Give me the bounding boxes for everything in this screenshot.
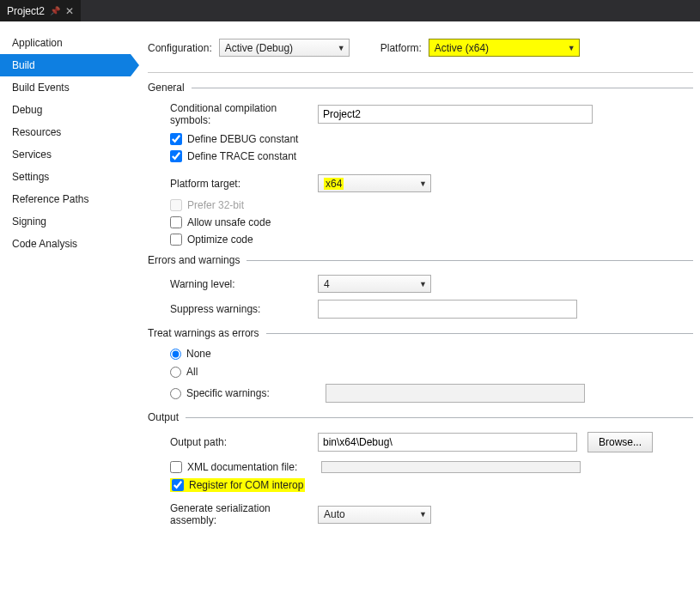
- warning-level-dropdown[interactable]: 4 ▼: [318, 275, 431, 293]
- pin-icon[interactable]: 📌: [50, 6, 60, 15]
- title-bar: Project2 📌 ✕: [0, 0, 700, 21]
- output-path-label: Output path:: [170, 436, 318, 448]
- chevron-down-icon: ▼: [419, 280, 427, 288]
- gen-serialization-label: Generate serialization assembly:: [170, 502, 318, 526]
- chevron-down-icon: ▼: [338, 44, 345, 52]
- tab-title: Project2: [7, 5, 45, 17]
- section-treat-warnings: Treat warnings as errors: [148, 327, 259, 339]
- suppress-warnings-input[interactable]: [318, 300, 577, 319]
- section-errors-warnings: Errors and warnings: [148, 254, 240, 266]
- xml-doc-checkbox[interactable]: [170, 461, 182, 473]
- sidebar-item-resources[interactable]: Resources: [0, 121, 131, 143]
- define-trace-checkbox[interactable]: [170, 150, 182, 162]
- prefer-32bit-checkbox: [170, 199, 182, 211]
- configuration-dropdown[interactable]: Active (Debug) ▼: [219, 39, 350, 57]
- document-tab[interactable]: Project2 📌 ✕: [0, 0, 81, 21]
- xml-doc-input: [321, 461, 581, 473]
- sidebar-item-build-events[interactable]: Build Events: [0, 76, 131, 99]
- platform-dropdown[interactable]: Active (x64) ▼: [429, 39, 580, 57]
- chevron-down-icon: ▼: [419, 510, 427, 519]
- chevron-down-icon: ▼: [568, 44, 575, 52]
- sidebar-item-debug[interactable]: Debug: [0, 99, 131, 121]
- warning-level-label: Warning level:: [170, 278, 318, 290]
- build-page: Configuration: Active (Debug) ▼ Platform…: [131, 21, 700, 595]
- sidebar-item-settings[interactable]: Settings: [0, 166, 131, 188]
- suppress-warnings-label: Suppress warnings:: [170, 303, 318, 315]
- treat-none-radio[interactable]: [170, 349, 181, 360]
- platform-target-dropdown[interactable]: x64 ▼: [318, 174, 431, 192]
- output-path-input[interactable]: [318, 433, 577, 452]
- define-debug-checkbox[interactable]: [170, 133, 182, 145]
- treat-all-radio[interactable]: [170, 367, 181, 378]
- optimize-code-checkbox[interactable]: [170, 234, 182, 246]
- platform-target-label: Platform target:: [170, 178, 318, 190]
- treat-specific-radio[interactable]: [170, 388, 181, 399]
- configuration-label: Configuration:: [148, 42, 212, 54]
- platform-label: Platform:: [380, 42, 422, 54]
- sidebar-item-signing[interactable]: Signing: [0, 210, 131, 233]
- conditional-symbols-input[interactable]: [318, 105, 593, 124]
- browse-button[interactable]: Browse...: [587, 432, 653, 452]
- sidebar-item-code-analysis[interactable]: Code Analysis: [0, 233, 131, 255]
- close-icon[interactable]: ✕: [65, 5, 74, 17]
- gen-serialization-dropdown[interactable]: Auto ▼: [318, 506, 431, 524]
- sidebar-item-application[interactable]: Application: [0, 32, 131, 54]
- property-tabs-sidebar: Application Build Build Events Debug Res…: [0, 21, 131, 595]
- treat-specific-input: [326, 384, 585, 403]
- section-general: General: [148, 82, 185, 94]
- section-output: Output: [148, 411, 179, 423]
- sidebar-item-reference-paths[interactable]: Reference Paths: [0, 188, 131, 210]
- chevron-down-icon: ▼: [419, 179, 427, 188]
- allow-unsafe-checkbox[interactable]: [170, 216, 182, 228]
- sidebar-item-build[interactable]: Build: [0, 54, 131, 76]
- register-com-checkbox[interactable]: [172, 479, 184, 491]
- sidebar-item-services[interactable]: Services: [0, 143, 131, 166]
- conditional-symbols-label: Conditional compilation symbols:: [170, 102, 318, 126]
